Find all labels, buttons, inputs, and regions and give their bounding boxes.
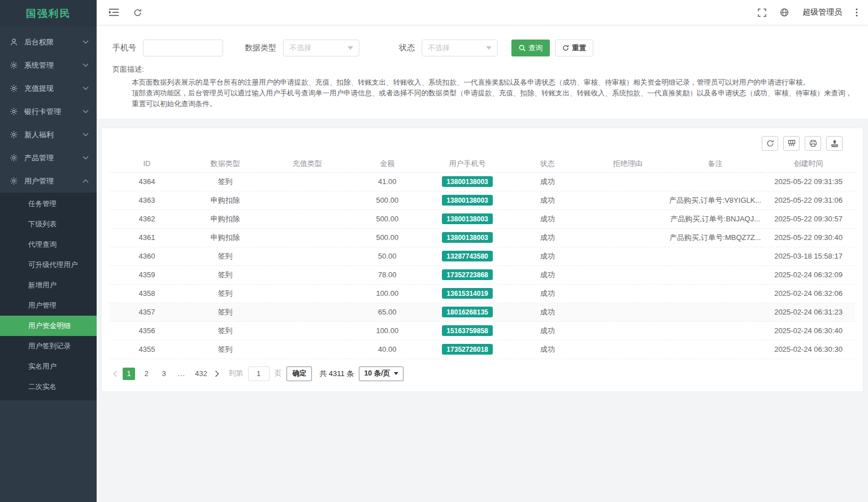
phone-badge[interactable]: 18016268135 — [442, 307, 492, 317]
sidebar-item-3[interactable]: 银行卡管理 — [0, 100, 97, 123]
prev-page-icon[interactable] — [113, 370, 118, 377]
data-type-label: 数据类型 — [245, 43, 276, 53]
phone-badge[interactable]: 15163759858 — [442, 325, 492, 336]
sidebar-submenu-item[interactable]: 任务管理 — [0, 194, 97, 214]
data-type-select[interactable]: 不选择 — [283, 40, 359, 56]
cell-phone: 13800138003 — [427, 209, 509, 228]
phone-badge[interactable]: 13800138003 — [442, 213, 492, 224]
chevron-down-icon — [83, 63, 89, 67]
kebab-menu-icon[interactable] — [856, 8, 858, 17]
phone-badge[interactable]: 13800138003 — [442, 195, 492, 206]
phone-badge[interactable]: 13287743580 — [442, 251, 492, 261]
cell-phone: 13800138003 — [427, 191, 509, 209]
table-column-header: 备注 — [669, 155, 762, 172]
sidebar-submenu-item[interactable]: 实名用户 — [0, 356, 97, 377]
cell-data-type: 申购扣除 — [184, 209, 266, 228]
sidebar-item-1[interactable]: 系统管理 — [0, 54, 97, 77]
cell-reject-reason — [587, 191, 669, 209]
cell-recharge-type — [266, 303, 348, 321]
page-size-select[interactable]: 10 条/页 — [359, 366, 403, 381]
sidebar-item-2[interactable]: 充值提现 — [0, 77, 97, 100]
sidebar-submenu-item[interactable]: 可升级代理用户 — [0, 255, 97, 275]
phone-badge[interactable]: 13800138003 — [442, 176, 492, 187]
gear-icon — [10, 84, 19, 93]
cell-amount: 100.00 — [348, 321, 426, 340]
cell-remark — [669, 172, 762, 191]
cell-status: 成功 — [509, 265, 587, 284]
sidebar-submenu-item[interactable]: 新增用户 — [0, 275, 97, 295]
goto-confirm-button[interactable]: 确定 — [287, 366, 312, 381]
cell-amount: 40.00 — [348, 340, 426, 359]
cell-reject-reason — [587, 340, 669, 359]
page-ellipsis: ... — [175, 368, 188, 380]
cell-remark — [669, 284, 762, 303]
page-number-button[interactable]: 3 — [158, 368, 170, 380]
app-logo: 国强利民 — [0, 0, 97, 27]
sidebar-item-4[interactable]: 新人福利 — [0, 123, 97, 146]
sidebar-submenu: 任务管理下级列表代理查询可升级代理用户新增用户用户管理用户资金明细用户签到记录实… — [0, 193, 97, 400]
sidebar-item-0[interactable]: 后台权限 — [0, 30, 97, 54]
sidebar-item-6[interactable]: 用户管理 — [0, 169, 97, 193]
reset-button[interactable]: 重置 — [555, 40, 593, 56]
table-row: 4360 签到 50.00 13287743580 成功 2025-03-18 … — [110, 247, 855, 265]
print-button[interactable] — [805, 136, 821, 151]
phone-input[interactable] — [143, 40, 223, 56]
globe-icon[interactable] — [780, 8, 789, 17]
gear-icon — [10, 130, 19, 139]
data-type-field-group: 数据类型 不选择 — [245, 40, 359, 56]
cell-phone: 13615314019 — [427, 284, 509, 303]
fullscreen-icon[interactable] — [758, 8, 766, 17]
phone-badge[interactable]: 17352726018 — [442, 344, 492, 355]
cell-amount: 500.00 — [348, 191, 426, 209]
app-root: 国强利民 后台权限 系统管理 充值提现 银行卡管理 新人福利 产品管理 — [0, 0, 868, 502]
cell-remark — [669, 340, 762, 359]
cell-created-at: 2025-02-24 06:30:40 — [762, 321, 855, 340]
refresh-page-icon[interactable] — [133, 8, 142, 17]
search-form: 手机号 数据类型 不选择 状态 不选择 — [112, 40, 854, 56]
phone-badge[interactable]: 17352723868 — [442, 269, 492, 280]
sidebar-submenu-item[interactable]: 代理查询 — [0, 234, 97, 255]
table-column-header: 拒绝理由 — [587, 155, 669, 172]
cell-recharge-type — [266, 340, 348, 359]
goto-page-input[interactable] — [248, 366, 270, 381]
sidebar-submenu-item[interactable]: 用户资金明细 — [0, 316, 97, 336]
phone-badge[interactable]: 13615314019 — [442, 288, 492, 299]
columns-filter-button[interactable] — [783, 136, 800, 151]
phone-badge[interactable]: 13800138003 — [442, 232, 492, 243]
status-select[interactable]: 不选择 — [422, 40, 498, 56]
collapse-sidebar-icon[interactable] — [109, 8, 119, 16]
cell-remark: 产品购买,订单号:MBQZ7Z... — [669, 228, 762, 247]
cell-amount: 41.00 — [348, 172, 426, 191]
sidebar-submenu-item[interactable]: 用户管理 — [0, 295, 97, 316]
table-row: 4361 申购扣除 500.00 13800138003 成功 产品购买,订单号… — [110, 228, 855, 247]
cell-created-at: 2025-05-22 09:30:40 — [762, 228, 855, 247]
table-header-row: ID数据类型充值类型金额用户手机号状态拒绝理由备注创建时间 — [110, 155, 855, 172]
refresh-table-button[interactable] — [762, 136, 778, 151]
cell-reject-reason — [587, 247, 669, 265]
sidebar-item-5[interactable]: 产品管理 — [0, 146, 97, 169]
page-number-button[interactable]: 432 — [193, 368, 210, 380]
table-row: 4363 申购扣除 500.00 13800138003 成功 产品购买,订单号… — [110, 191, 855, 209]
sidebar-submenu-item[interactable]: 二次实名 — [0, 377, 97, 397]
cell-amount: 50.00 — [348, 247, 426, 265]
sidebar-submenu-item[interactable]: 下级列表 — [0, 214, 97, 234]
page-number-button[interactable]: 2 — [140, 368, 153, 380]
table-row: 4362 申购扣除 500.00 13800138003 成功 产品购买,订单号… — [110, 209, 855, 228]
goto-prefix-label: 到第 — [229, 369, 243, 378]
next-page-icon[interactable] — [215, 370, 219, 377]
cell-status: 成功 — [509, 303, 587, 321]
table-column-header: ID — [110, 155, 184, 172]
topbar: 超级管理员 — [97, 0, 868, 25]
gear-icon — [10, 107, 19, 116]
export-button[interactable] — [826, 136, 843, 151]
query-button[interactable]: 查询 — [511, 40, 550, 56]
admin-user-label[interactable]: 超级管理员 — [802, 7, 842, 18]
chevron-up-icon — [83, 179, 89, 183]
data-table-card: ID数据类型充值类型金额用户手机号状态拒绝理由备注创建时间 4364 签到 41… — [102, 128, 863, 391]
table-toolbar — [110, 134, 855, 155]
sidebar-submenu-item[interactable]: 用户签到记录 — [0, 336, 97, 356]
page-number-button[interactable]: 1 — [123, 368, 135, 380]
cell-data-type: 签到 — [184, 247, 266, 265]
cell-data-type: 签到 — [184, 303, 266, 321]
cell-reject-reason — [587, 284, 669, 303]
